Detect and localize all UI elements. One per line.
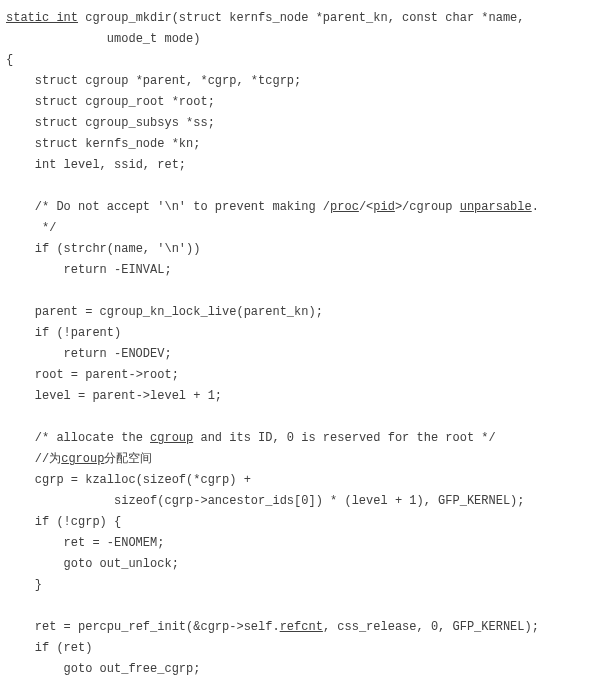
code-segment: >/cgroup [395, 200, 460, 214]
code-segment: /< [359, 200, 373, 214]
code-segment: sizeof(cgrp->ancestor_ids[0]) * (level +… [114, 494, 524, 508]
code-line: ret = percpu_ref_init(&cgrp->self.refcnt… [6, 620, 539, 634]
code-line: cgrp = kzalloc(sizeof(*cgrp) + [6, 473, 251, 487]
code-line: /* Do not accept '\n' to prevent making … [6, 200, 539, 214]
code-line: struct cgroup *parent, *cgrp, *tcgrp; [6, 74, 301, 88]
code-segment: 分配空间 [104, 452, 152, 466]
code-segment: if (!parent) [35, 326, 121, 340]
code-line: */ [6, 221, 56, 235]
code-segment: //为 [35, 452, 61, 466]
code-underlined-segment: cgroup [150, 431, 193, 445]
code-segment: if (strchr(name, '\n')) [35, 242, 201, 256]
code-line: goto out_unlock; [6, 557, 179, 571]
code-underlined-segment: cgroup [61, 452, 104, 466]
code-line: if (!cgrp) { [6, 515, 121, 529]
code-line: int level, ssid, ret; [6, 158, 186, 172]
code-segment: struct cgroup *parent, *cgrp, *tcgrp; [35, 74, 301, 88]
code-line: if (!parent) [6, 326, 121, 340]
code-segment: , css_release, 0, GFP_KERNEL); [323, 620, 539, 634]
code-line: if (ret) [6, 641, 92, 655]
code-line: struct kernfs_node *kn; [6, 137, 200, 151]
code-segment: cgroup_mkdir(struct kernfs_node *parent_… [78, 11, 524, 25]
code-line: parent = cgroup_kn_lock_live(parent_kn); [6, 305, 323, 319]
code-line: struct cgroup_subsys *ss; [6, 116, 215, 130]
code-segment: ret = -ENOMEM; [64, 536, 165, 550]
code-line: return -EINVAL; [6, 263, 172, 277]
code-segment: umode_t mode) [107, 32, 201, 46]
code-segment: return -EINVAL; [64, 263, 172, 277]
code-segment: /* Do not accept '\n' to prevent making … [35, 200, 330, 214]
code-segment: level = parent->level + 1; [35, 389, 222, 403]
code-segment: . [532, 200, 539, 214]
code-line: ret = -ENOMEM; [6, 536, 164, 550]
code-line: sizeof(cgrp->ancestor_ids[0]) * (level +… [6, 494, 525, 508]
code-line: level = parent->level + 1; [6, 389, 222, 403]
code-line: umode_t mode) [6, 32, 200, 46]
code-segment: goto out_unlock; [64, 557, 179, 571]
code-underlined-segment: unparsable [460, 200, 532, 214]
code-line: //为cgroup分配空间 [6, 452, 152, 466]
code-segment: parent = cgroup_kn_lock_live(parent_kn); [35, 305, 323, 319]
code-line: if (strchr(name, '\n')) [6, 242, 200, 256]
code-segment: } [35, 578, 42, 592]
code-underlined-segment: pid [373, 200, 395, 214]
code-segment: /* allocate the [35, 431, 150, 445]
code-line: { [6, 53, 13, 67]
code-line: struct cgroup_root *root; [6, 95, 215, 109]
code-segment: struct cgroup_subsys *ss; [35, 116, 215, 130]
source-code-block: static int cgroup_mkdir(struct kernfs_no… [0, 0, 592, 687]
code-line: /* allocate the cgroup and its ID, 0 is … [6, 431, 496, 445]
code-segment: int level, ssid, ret; [35, 158, 186, 172]
code-segment: { [6, 53, 13, 67]
code-line: root = parent->root; [6, 368, 179, 382]
code-line: return -ENODEV; [6, 347, 172, 361]
code-line: } [6, 578, 42, 592]
code-underlined-segment: refcnt [280, 620, 323, 634]
code-segment: if (ret) [35, 641, 93, 655]
code-line: static int cgroup_mkdir(struct kernfs_no… [6, 11, 525, 25]
code-segment: */ [42, 221, 56, 235]
code-underlined-segment: static int [6, 11, 78, 25]
code-segment: cgrp = kzalloc(sizeof(*cgrp) + [35, 473, 251, 487]
code-segment: goto out_free_cgrp; [64, 662, 201, 676]
code-line: goto out_free_cgrp; [6, 662, 200, 676]
code-segment: and its ID, 0 is reserved for the root *… [193, 431, 495, 445]
code-segment: ret = percpu_ref_init(&cgrp->self. [35, 620, 280, 634]
code-segment: struct kernfs_node *kn; [35, 137, 201, 151]
code-underlined-segment: proc [330, 200, 359, 214]
code-segment: if (!cgrp) { [35, 515, 121, 529]
code-segment: root = parent->root; [35, 368, 179, 382]
code-segment: struct cgroup_root *root; [35, 95, 215, 109]
code-segment: return -ENODEV; [64, 347, 172, 361]
